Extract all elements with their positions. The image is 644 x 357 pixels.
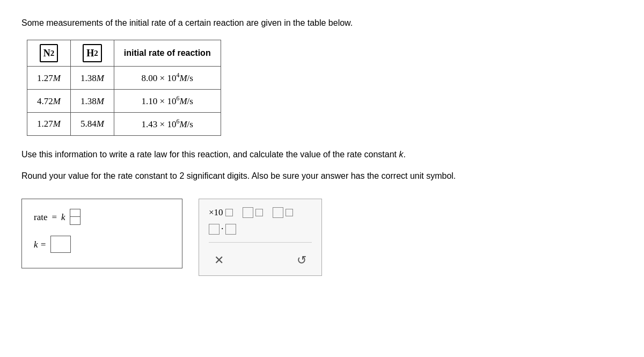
divider <box>209 242 312 243</box>
table-row: 4.72M 1.38M 1.10 × 106M/s <box>27 90 221 113</box>
sym-dot-left <box>209 224 219 235</box>
dot-symbol: · <box>221 223 224 235</box>
rate-row: rate = k <box>34 209 170 225</box>
symbol-row-2: · <box>209 223 312 235</box>
rate-exponent-box[interactable] <box>70 209 80 217</box>
rate-label: rate <box>34 210 47 224</box>
sym-sup-2 <box>286 209 293 216</box>
undo-button[interactable]: ↺ <box>297 253 306 267</box>
equals-sign: = <box>52 210 57 224</box>
x10-exp-box <box>225 209 233 216</box>
k-value-input[interactable] <box>50 236 71 253</box>
sym-sub-1 <box>255 209 263 216</box>
cell-h2-1: 1.38M <box>70 67 114 90</box>
x10-button[interactable]: ×10 <box>209 207 233 218</box>
sym-main-1 <box>243 207 253 218</box>
cell-n2-2: 4.72M <box>27 90 71 113</box>
question1-text: Use this information to write a rate law… <box>21 148 623 162</box>
cell-h2-3: 5.84M <box>70 113 114 136</box>
cell-rate-3: 1.43 × 106M/s <box>114 113 221 136</box>
cell-h2-2: 1.38M <box>70 90 114 113</box>
superscript-button[interactable] <box>273 207 293 218</box>
dot-multiply-button[interactable]: · <box>209 223 236 235</box>
k-equals-label: k = <box>34 237 46 252</box>
right-toolbar-panel: ×10 · ✕ ↺ <box>199 199 322 276</box>
cell-n2-1: 1.27M <box>27 67 71 90</box>
k-row: k = <box>34 236 170 253</box>
table-row: 1.27M 1.38M 8.00 × 104M/s <box>27 67 221 90</box>
x10-label: ×10 <box>209 207 223 218</box>
rate-input-box[interactable] <box>70 209 80 225</box>
symbol-row-1: ×10 <box>209 207 312 218</box>
sym-dot-right <box>225 224 236 235</box>
rate-base-box[interactable] <box>70 217 80 224</box>
sym-main-2 <box>273 207 283 218</box>
n2-bracket: N2 <box>40 44 58 63</box>
cell-n2-3: 1.27M <box>27 113 71 136</box>
cell-rate-1: 8.00 × 104M/s <box>114 67 221 90</box>
h2-bracket: H2 <box>83 44 102 63</box>
action-row: ✕ ↺ <box>209 253 312 267</box>
cancel-button[interactable]: ✕ <box>214 253 224 267</box>
col-header-h2: H2 <box>70 40 114 67</box>
col-header-n2: N2 <box>27 40 71 67</box>
data-table: N2 H2 initial rate of reaction 1.27M 1.3… <box>27 40 221 136</box>
question2-text: Round your value for the rate constant t… <box>21 169 623 183</box>
col-header-rate: initial rate of reaction <box>114 40 221 67</box>
left-answer-panel: rate = k k = <box>21 199 182 268</box>
answer-section: rate = k k = ×10 <box>21 199 623 276</box>
k-label: k <box>61 210 65 224</box>
subscript-button[interactable] <box>243 207 263 218</box>
intro-text: Some measurements of the initial rate of… <box>21 16 623 30</box>
table-row: 1.27M 5.84M 1.43 × 106M/s <box>27 113 221 136</box>
cell-rate-2: 1.10 × 106M/s <box>114 90 221 113</box>
